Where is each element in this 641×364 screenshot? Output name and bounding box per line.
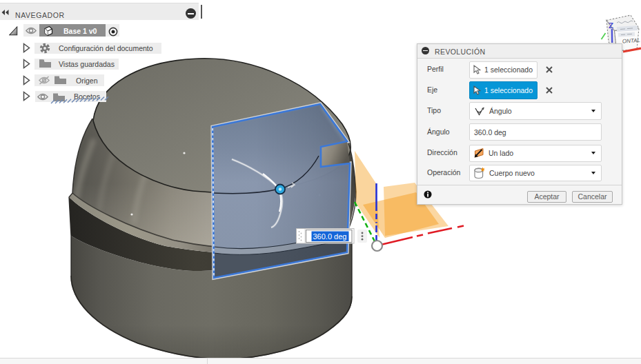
svg-text:360.0 deg: 360.0 deg: [313, 232, 347, 241]
svg-text:Z: Z: [609, 21, 613, 30]
svg-text:ONTAL: ONTAL: [622, 37, 641, 44]
